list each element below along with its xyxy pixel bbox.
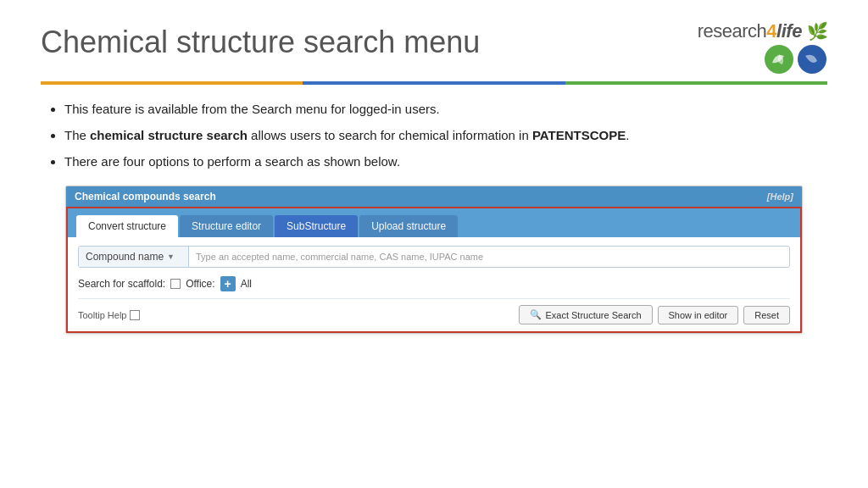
compound-name-input[interactable]: Type an accepted name, commercial name, …	[189, 247, 789, 266]
tabs-section: Convert structure Structure editor SubSt…	[66, 207, 802, 237]
scaffold-checkbox[interactable]	[170, 279, 181, 289]
divider-orange	[41, 81, 303, 85]
logo-leaf-icon: 🌿	[807, 22, 828, 41]
action-buttons: 🔍 Exact Structure Search Show in editor …	[519, 305, 790, 324]
compound-row: Compound name ▼ Type an accepted name, c…	[78, 246, 790, 268]
help-link[interactable]: [Help]	[767, 191, 793, 202]
tooltip-help-row: Tooltip Help	[78, 310, 140, 320]
bottom-row: Tooltip Help 🔍 Exact Structure Search Sh…	[78, 298, 790, 324]
bullet-list: This feature is available from the Searc…	[41, 100, 827, 170]
divider-blue	[303, 81, 565, 85]
office-plus-button[interactable]: +	[220, 276, 236, 291]
bullet-2-bold: chemical structure search	[90, 128, 248, 142]
logo-life: life	[776, 20, 802, 42]
exact-structure-search-button[interactable]: 🔍 Exact Structure Search	[519, 305, 652, 324]
bullet-item-2: The chemical structure search allows use…	[64, 126, 827, 145]
tab-substructure[interactable]: SubStructure	[275, 215, 358, 237]
divider-line	[41, 81, 827, 85]
page-title: Chemical structure search menu	[41, 24, 480, 60]
bullet-1-text: This feature is available from the Searc…	[64, 102, 440, 116]
header: Chemical structure search menu research4…	[41, 24, 827, 75]
logo-circles	[764, 44, 827, 75]
logo-text: research4life 🌿	[698, 20, 827, 42]
search-icon: 🔍	[530, 309, 542, 320]
logo-4: 4	[766, 20, 776, 42]
reset-button[interactable]: Reset	[743, 306, 790, 324]
compound-input-placeholder: Type an accepted name, commercial name, …	[196, 252, 483, 262]
logo-green-circle-icon	[764, 44, 794, 75]
all-label: All	[241, 278, 252, 290]
chem-box-header: Chemical compounds search [Help]	[66, 186, 802, 207]
logo-blue-circle-icon	[797, 44, 827, 75]
bullet-item-3: There are four options to perform a sear…	[64, 152, 827, 171]
compound-select[interactable]: Compound name ▼	[79, 247, 189, 267]
page: Chemical structure search menu research4…	[0, 0, 868, 488]
tooltip-checkbox[interactable]	[130, 310, 140, 320]
bullet-item-1: This feature is available from the Searc…	[64, 100, 827, 119]
scaffold-label: Search for scaffold:	[78, 278, 165, 290]
scaffold-row: Search for scaffold: Office: + All	[78, 276, 790, 291]
office-label: Office:	[186, 278, 214, 290]
chemical-search-box: Chemical compounds search [Help] Convert…	[65, 186, 803, 334]
bullet-3-text: There are four options to perform a sear…	[64, 154, 400, 169]
divider-green	[565, 81, 827, 85]
chem-box-body: Compound name ▼ Type an accepted name, c…	[66, 237, 802, 333]
tooltip-help-label: Tooltip Help	[78, 310, 126, 320]
show-in-editor-button[interactable]: Show in editor	[658, 306, 739, 324]
chem-box-title: Chemical compounds search	[75, 191, 216, 202]
logo: research4life 🌿	[698, 20, 827, 75]
bullet-2-after: allows users to search for chemical info…	[248, 128, 629, 142]
tab-upload-structure[interactable]: Upload structure	[359, 215, 458, 237]
chevron-down-icon: ▼	[167, 252, 175, 261]
tabs-row: Convert structure Structure editor SubSt…	[76, 215, 792, 237]
tab-convert-structure[interactable]: Convert structure	[76, 215, 178, 237]
bullet-2-before: The	[64, 128, 90, 142]
logo-research: research	[698, 20, 767, 42]
compound-select-label: Compound name	[86, 251, 164, 263]
tab-structure-editor[interactable]: Structure editor	[180, 215, 273, 237]
